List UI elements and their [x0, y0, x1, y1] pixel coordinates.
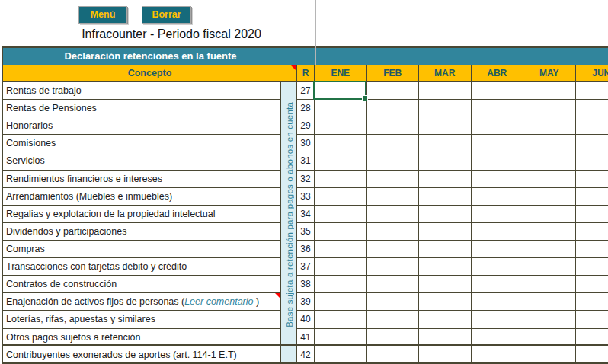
data-cell-mar-28[interactable]	[419, 100, 472, 117]
concept-cell[interactable]: Rentas de trabajo	[3, 82, 281, 100]
sidebar-cell[interactable]	[281, 329, 297, 346]
fill-handle[interactable]	[362, 95, 368, 101]
sidebar-cell[interactable]	[281, 276, 297, 293]
sidebar-cell[interactable]	[281, 188, 297, 206]
data-cell-may-42[interactable]	[523, 346, 576, 364]
data-cell-may-37[interactable]	[523, 258, 576, 276]
data-cell-abr-41[interactable]	[472, 329, 524, 346]
data-cell-mar-39[interactable]	[419, 293, 472, 311]
data-cell-mar-42[interactable]	[419, 346, 472, 364]
month-header-may[interactable]: MAY	[523, 65, 576, 83]
data-cell-may-29[interactable]	[523, 117, 576, 135]
data-cell-may-34[interactable]	[523, 206, 576, 223]
data-cell-abr-34[interactable]	[472, 206, 524, 223]
sidebar-cell[interactable]	[281, 293, 297, 311]
data-cell-mar-35[interactable]	[419, 223, 472, 241]
data-cell-jun-32[interactable]	[576, 171, 608, 188]
data-cell-feb-33[interactable]	[367, 188, 420, 206]
r-number-cell[interactable]: 30	[297, 135, 315, 152]
data-cell-mar-27[interactable]	[419, 82, 472, 100]
data-cell-ene-32[interactable]	[315, 171, 367, 188]
data-cell-abr-38[interactable]	[472, 276, 524, 293]
sidebar-cell[interactable]	[281, 223, 297, 241]
concept-cell[interactable]: Enajenación de activos fijos de personas…	[3, 293, 281, 311]
r-number-cell[interactable]: 33	[297, 188, 315, 206]
data-cell-may-28[interactable]	[523, 100, 576, 117]
data-cell-mar-41[interactable]	[419, 329, 472, 346]
concept-cell[interactable]: Transacciones con tarjetas débito y créd…	[3, 258, 281, 276]
r-number-cell[interactable]: 38	[297, 276, 315, 293]
r-header-cell[interactable]: R	[297, 65, 315, 83]
data-cell-feb-40[interactable]	[367, 311, 420, 328]
data-cell-jun-34[interactable]	[576, 206, 608, 223]
concepto-header-cell[interactable]: Concepto	[3, 65, 297, 83]
sidebar-cell[interactable]	[281, 135, 297, 152]
data-cell-ene-42[interactable]	[315, 346, 367, 364]
data-cell-mar-31[interactable]	[419, 152, 472, 170]
r-number-cell[interactable]: 41	[297, 329, 315, 346]
comment-link[interactable]: Leer comentario	[184, 296, 253, 307]
concept-cell[interactable]: Rendimientos financieros e intereses	[3, 171, 281, 188]
data-cell-abr-27[interactable]	[472, 82, 524, 100]
sidebar-cell[interactable]	[281, 82, 297, 100]
r-number-cell[interactable]: 35	[297, 223, 315, 241]
data-cell-may-41[interactable]	[523, 329, 576, 346]
data-cell-feb-42[interactable]	[367, 346, 420, 364]
data-cell-abr-40[interactable]	[472, 311, 524, 328]
data-cell-feb-35[interactable]	[367, 223, 420, 241]
concept-cell[interactable]: Rentas de Pensiones	[3, 100, 281, 117]
data-cell-abr-32[interactable]	[472, 171, 524, 188]
concept-cell[interactable]: Honorarios	[3, 117, 281, 135]
data-cell-abr-37[interactable]	[472, 258, 524, 276]
sidebar-cell[interactable]	[281, 258, 297, 276]
concept-cell[interactable]: Regalias y explotacion de la propiedad i…	[3, 206, 281, 223]
data-cell-abr-33[interactable]	[472, 188, 524, 206]
data-cell-mar-38[interactable]	[419, 276, 472, 293]
r-number-cell[interactable]: 42	[297, 346, 315, 364]
data-cell-jun-37[interactable]	[576, 258, 608, 276]
data-cell-mar-29[interactable]	[419, 117, 472, 135]
sidebar-cell[interactable]	[281, 117, 297, 135]
concept-cell[interactable]: Compras	[3, 241, 281, 258]
month-header-abr[interactable]: ABR	[472, 65, 524, 83]
data-cell-feb-27[interactable]	[367, 82, 420, 100]
data-cell-ene-34[interactable]	[315, 206, 367, 223]
data-cell-feb-37[interactable]	[367, 258, 420, 276]
data-cell-abr-30[interactable]	[472, 135, 524, 152]
data-cell-may-36[interactable]	[523, 241, 576, 258]
data-cell-may-39[interactable]	[523, 293, 576, 311]
data-cell-jun-30[interactable]	[576, 135, 608, 152]
data-cell-abr-29[interactable]	[472, 117, 524, 135]
data-cell-may-31[interactable]	[523, 152, 576, 170]
data-cell-may-35[interactable]	[523, 223, 576, 241]
data-cell-jun-31[interactable]	[576, 152, 608, 170]
data-cell-ene-35[interactable]	[315, 223, 367, 241]
borrar-button[interactable]: Borrar	[142, 6, 191, 24]
concept-cell[interactable]: Dividendos y participaciones	[3, 223, 281, 241]
data-cell-jun-33[interactable]	[576, 188, 608, 206]
data-cell-may-32[interactable]	[523, 171, 576, 188]
data-cell-may-40[interactable]	[523, 311, 576, 328]
data-cell-ene-41[interactable]	[315, 329, 367, 346]
data-cell-jun-42[interactable]	[576, 346, 608, 364]
concept-cell[interactable]: Loterías, rifas, apuestas y similares	[3, 311, 281, 328]
data-cell-jun-36[interactable]	[576, 241, 608, 258]
data-cell-abr-42[interactable]	[472, 346, 524, 364]
data-cell-mar-34[interactable]	[419, 206, 472, 223]
r-number-cell[interactable]: 27	[297, 82, 315, 100]
data-cell-jun-29[interactable]	[576, 117, 608, 135]
data-cell-abr-39[interactable]	[472, 293, 524, 311]
data-cell-feb-30[interactable]	[367, 135, 420, 152]
data-cell-ene-28[interactable]	[315, 100, 367, 117]
data-cell-feb-32[interactable]	[367, 171, 420, 188]
sidebar-cell[interactable]	[281, 171, 297, 188]
month-header-ene[interactable]: ENE	[315, 65, 367, 83]
data-cell-jun-41[interactable]	[576, 329, 608, 346]
month-header-mar[interactable]: MAR	[419, 65, 472, 83]
r-number-cell[interactable]: 28	[297, 100, 315, 117]
data-cell-mar-30[interactable]	[419, 135, 472, 152]
data-cell-jun-27[interactable]	[576, 82, 608, 100]
r-number-cell[interactable]: 29	[297, 117, 315, 135]
data-cell-ene-29[interactable]	[315, 117, 367, 135]
data-cell-abr-36[interactable]	[472, 241, 524, 258]
